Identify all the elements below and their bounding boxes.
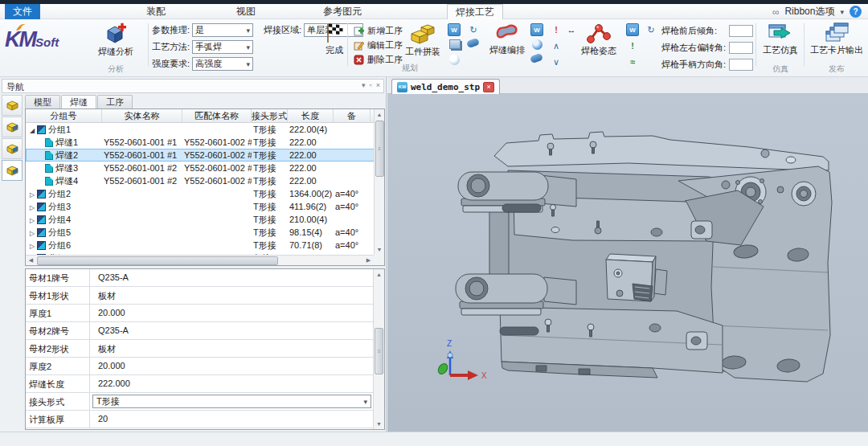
group-row[interactable]: ▷分组5T形接98.15(4)a=40°	[26, 226, 375, 239]
expand-icon[interactable]: ▷	[27, 240, 37, 252]
scroll-up-icon[interactable]: ▲	[375, 109, 384, 120]
process-simulation-button[interactable]: 工艺仿真	[760, 20, 801, 59]
weld-row[interactable]: 焊缝3Y552-0601-001 #2Y552-0601-002 #1T形接22…	[26, 162, 375, 174]
torch-handle-input[interactable]	[729, 59, 753, 71]
path-wave-icon[interactable]: ≈	[626, 55, 639, 68]
form-value[interactable]: Q235-A	[98, 272, 129, 282]
scroll-thumb[interactable]	[37, 256, 278, 265]
column-header[interactable]: 匹配体名称	[182, 109, 252, 123]
form-row: 接头形式T形接▾	[26, 393, 384, 411]
sphere-icon[interactable]	[532, 39, 542, 50]
tab-model[interactable]: 模型	[25, 95, 60, 108]
menu-tab-file[interactable]: 文件	[5, 4, 40, 19]
scroll-thumb[interactable]: ≡	[375, 121, 384, 177]
weld-flag-icon[interactable]: W	[530, 23, 543, 36]
group-row[interactable]: ▷分组6T形接70.71(8)a=40°	[26, 239, 375, 252]
add-operation-button[interactable]: 新增工序	[352, 23, 404, 38]
torch-pitch-input[interactable]	[729, 25, 753, 37]
ribbon-options-button[interactable]: Ribbon选项	[784, 5, 834, 18]
capsule-icon[interactable]	[466, 38, 480, 49]
joint-type-select[interactable]: T形接▾	[92, 395, 371, 408]
exclaim-icon[interactable]: !	[550, 23, 563, 36]
assembly-tool-button[interactable]	[2, 138, 23, 159]
panel-menu-icon[interactable]: ▾	[362, 81, 366, 89]
form-value[interactable]: 20.000	[98, 308, 125, 317]
viewport-3d[interactable]: Z X	[387, 94, 868, 432]
process-card-output-button[interactable]: 工艺卡片输出	[807, 20, 866, 59]
weld-row[interactable]: 焊缝4Y552-0601-001 #2Y552-0601-002 #2T形接22…	[26, 174, 375, 187]
menu-tab-weld-process[interactable]: 焊接工艺	[447, 4, 503, 19]
group-row[interactable]: ▷分组2T形接1364.00(2)a=40°	[26, 187, 375, 200]
column-header[interactable]: 实体名称	[102, 109, 182, 123]
length-cell: 210.00(4)	[288, 213, 334, 226]
help-icon[interactable]: ?	[850, 6, 862, 18]
group-row[interactable]: ▷分组3T形接411.96(2)a=40°	[26, 200, 375, 213]
tab-operation[interactable]: 工序	[97, 95, 133, 108]
assembly-tool-button[interactable]	[2, 117, 23, 137]
weld-analysis-button[interactable]: 焊缝分析	[95, 20, 137, 60]
scroll-thumb[interactable]: ≡	[375, 328, 383, 374]
table-horizontal-scrollbar[interactable]: ◀ ▶	[26, 255, 374, 265]
capsule-icon[interactable]	[530, 53, 543, 64]
form-value[interactable]: 板材	[98, 344, 116, 354]
form-value[interactable]: 板材	[98, 291, 116, 301]
weld-flag-icon[interactable]: W	[448, 23, 461, 36]
ribbon-collapse-icon[interactable]: ∞	[772, 6, 780, 18]
close-icon[interactable]: ×	[483, 82, 494, 92]
column-header[interactable]: 接头形式	[252, 109, 288, 123]
sphere-icon[interactable]	[449, 55, 460, 65]
tab-weld[interactable]: 焊缝	[61, 95, 96, 108]
group-row[interactable]: ▷分组4T形接210.00(4)	[26, 213, 375, 226]
form-vertical-scrollbar[interactable]: ▲ ≡ ▼	[373, 269, 384, 429]
column-header[interactable]: 备	[334, 109, 371, 123]
layers-icon[interactable]	[449, 39, 461, 49]
weld-row[interactable]: 焊缝1Y552-0601-001 #1Y552-0601-002 #1T形接22…	[26, 136, 375, 149]
expand-icon[interactable]: ▷	[27, 227, 37, 239]
scroll-left-icon[interactable]: ◀	[26, 256, 36, 266]
expand-icon[interactable]: ▷	[27, 189, 37, 200]
scroll-down-icon[interactable]: ▼	[375, 244, 384, 255]
assemble-parts-button[interactable]: 工件拼装	[402, 20, 444, 60]
target-icon[interactable]: !	[626, 39, 639, 52]
yellow-box-icon	[6, 100, 19, 111]
refresh-icon[interactable]: ↻	[467, 23, 480, 36]
menu-tab-view[interactable]: 视图	[228, 4, 264, 19]
form-value[interactable]: 20.000	[98, 361, 125, 370]
cad-model[interactable]: Z X	[387, 94, 868, 429]
assembly-tool-button-active[interactable]	[2, 160, 23, 181]
table-vertical-scrollbar[interactable]: ▲ ≡ ▼	[374, 109, 384, 255]
torch-pose-button[interactable]: 焊枪姿态	[578, 20, 620, 59]
scroll-down-icon[interactable]: ▼	[374, 419, 384, 429]
chevron-down-icon[interactable]: ∨	[550, 55, 563, 68]
edit-operation-button[interactable]: 编辑工序	[352, 38, 404, 52]
collapse-icon[interactable]: ◢	[27, 125, 37, 136]
expand-icon[interactable]: ▷	[27, 202, 37, 213]
menu-tab-assembly[interactable]: 装配	[138, 4, 174, 19]
panel-close-icon[interactable]: ×	[376, 81, 380, 89]
column-header[interactable]: 长度	[288, 109, 334, 123]
group-label-simulation: 仿真	[772, 63, 788, 76]
form-value[interactable]: 20	[98, 414, 108, 423]
strength-req-select[interactable]: 高强度 ▾	[192, 57, 253, 71]
group-row[interactable]: ◢分组1T形接222.00(4)	[26, 123, 375, 136]
param-infer-select[interactable]: 是 ▾	[192, 23, 253, 37]
weld-arrange-button[interactable]: 焊缝编排	[486, 20, 528, 59]
chevron-up-icon[interactable]: ∧	[550, 39, 563, 52]
weld-row[interactable]: 焊缝2Y552-0601-001 #1Y552-0601-002 #2T形接22…	[26, 149, 375, 162]
form-value[interactable]: Q235-A	[98, 325, 129, 335]
weld-flag-icon[interactable]: W	[626, 23, 639, 36]
expand-icon[interactable]: ▷	[27, 215, 37, 226]
scroll-right-icon[interactable]: ▶	[363, 256, 374, 266]
process-method-select[interactable]: 手弧焊 ▾	[192, 40, 253, 54]
scroll-up-icon[interactable]: ▲	[374, 269, 384, 280]
finish-button[interactable]: 完成	[321, 20, 347, 59]
panel-float-icon[interactable]: ▫	[370, 81, 372, 89]
document-tab[interactable]: KM weld_demo_stp ×	[391, 79, 500, 94]
menu-tab-reference[interactable]: 参考图元	[315, 4, 370, 19]
param-infer-value: 是	[195, 24, 204, 36]
model-tool-button[interactable]	[2, 95, 23, 116]
torch-yaw-input[interactable]	[729, 42, 753, 54]
refresh-icon[interactable]: ↻	[645, 23, 657, 36]
column-header[interactable]: 分组号	[26, 109, 102, 123]
form-value[interactable]: 222.000	[98, 378, 130, 388]
